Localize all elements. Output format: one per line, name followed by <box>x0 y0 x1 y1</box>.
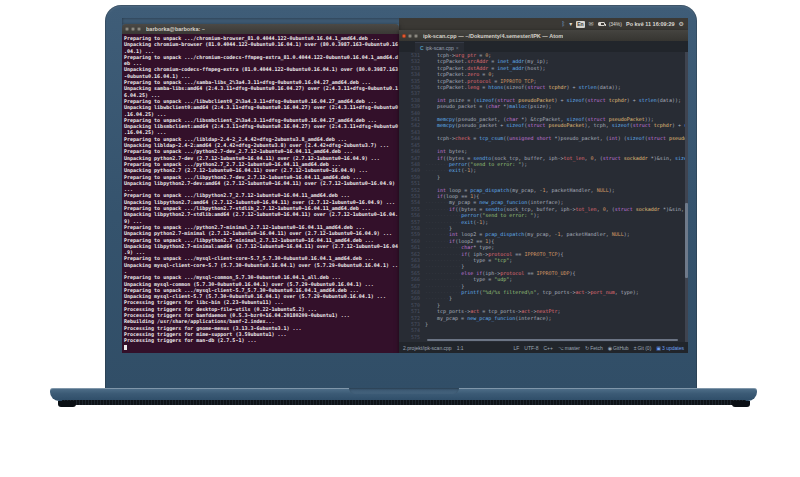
updates-icon: ▣ <box>656 345 661 351</box>
terminal-line: Preparing to unpack .../libpython2.7-dev… <box>124 174 399 180</box>
status-item-encoding[interactable]: UTF-8 <box>524 345 538 351</box>
terminal-line: Preparing to unpack .../mysql-client-cor… <box>124 255 399 261</box>
terminal-line: Preparing to unpack .../libpython2.7-min… <box>124 237 399 243</box>
terminal-line: Unpacking libpython2.7-minimal:amd64 (2.… <box>124 243 399 249</box>
terminal-line: Preparing to unpack .../chromium-codecs-… <box>124 54 399 60</box>
terminal-line: Unpacking libpython2.7-dev:amd64 (2.7.12… <box>124 180 399 186</box>
git-changes-icon: ± <box>634 345 637 351</box>
terminal-line: Unpacking chromium-browser (81.0.4044.12… <box>124 41 399 47</box>
git-branch-icon: ⌥ <box>558 345 564 351</box>
status-item-label: LF <box>513 345 519 351</box>
atom-status-bar: 2.projekt/ipk-scan.cpp 1:1 LFUTF-8C++⌥ma… <box>399 342 688 353</box>
status-item-grammar[interactable]: C++ <box>544 345 553 351</box>
screen: ᛒ ▾ En ✉ (34%) Po kvě 11 16:09:29 ⚙ barb… <box>122 18 688 353</box>
atom-titlebar[interactable]: ipk-scan.cpp — ~/Dokumenty/4.semester/IP… <box>399 30 688 41</box>
panel-clock[interactable]: Po kvě 11 16:09:29 <box>626 18 675 30</box>
terminal-minimize-button[interactable] <box>131 27 135 31</box>
keyboard-layout-indicator[interactable]: En <box>576 21 584 28</box>
laptop-lid-groove <box>349 388 459 394</box>
atom-tab-bar: C ipk-scan.cpp × <box>399 41 688 52</box>
status-cursor-position[interactable]: 1:1 <box>457 345 464 351</box>
tab-label: ipk-scan.cpp <box>426 45 454 51</box>
code-line: tcph->check = tcp_csum((unsigned short *… <box>425 135 688 141</box>
terminal-line: Processing triggers for man-db (2.7.5-1)… <box>124 337 399 343</box>
network-icon[interactable]: ▾ <box>569 21 572 27</box>
status-item-label: C++ <box>544 345 553 351</box>
status-item-label: master <box>565 345 580 351</box>
status-item-label: Git (0) <box>637 345 651 351</box>
status-item-label: 3 updates <box>662 345 684 351</box>
github-icon: ◉ <box>608 345 612 351</box>
terminal-output[interactable]: Preparing to unpack .../chromium-browser… <box>122 34 399 353</box>
atom-maximize-button[interactable] <box>414 34 418 38</box>
laptop-mockup: ᛒ ▾ En ✉ (34%) Po kvě 11 16:09:29 ⚙ barb… <box>0 0 800 477</box>
status-item-git-branch[interactable]: ⌥master <box>558 345 580 351</box>
terminal-cursor <box>124 345 127 350</box>
terminal-line: Unpacking mysql-client-core-5.7 (5.7.30-… <box>124 262 399 268</box>
terminal-line: Unpacking python2.7-minimal (2.7.12-1ubu… <box>124 230 399 236</box>
code-line: memcpy(pseudo_packet + sizeof(struct pse… <box>425 122 688 128</box>
terminal-line: Unpacking samba-libs:amd64 (2:4.3.11+dfs… <box>124 85 399 91</box>
status-right-items: LFUTF-8C++⌥master↻Fetch◉GitHub±Git (0)▣3… <box>513 345 684 351</box>
terminal-line: Unpacking python2.7 (2.7.12-1ubuntu0~16.… <box>124 167 399 173</box>
battery-icon[interactable] <box>598 22 605 26</box>
terminal-titlebar[interactable]: barborka@barborka: ~ <box>122 24 399 34</box>
status-item-updates[interactable]: ▣3 updates <box>656 345 684 351</box>
status-item-label: GitHub <box>613 345 629 351</box>
terminal-close-button[interactable] <box>125 27 129 31</box>
vertical-scrollbar-thumb[interactable] <box>685 203 688 278</box>
fetch-icon: ↻ <box>585 345 589 351</box>
terminal-line: Unpacking mysql-common (5.7.30-0ubuntu0.… <box>124 281 399 287</box>
tab-close-icon[interactable]: × <box>456 45 459 51</box>
status-file-path[interactable]: 2.projekt/ipk-scan.cpp <box>403 345 452 351</box>
editor-code[interactable]: tcph->urg_ptr = 0; tcpPacket.srcAddr = i… <box>423 52 688 342</box>
editor-gutter: 5315325335345355365375385395405415425435… <box>399 52 423 342</box>
laptop-base-edge <box>62 400 746 405</box>
battery-percentage: (34%) <box>609 18 622 30</box>
atom-window-title: ipk-scan.cpp — ~/Dokumenty/4.semester/IP… <box>423 31 563 41</box>
mail-icon[interactable]: ✉ <box>589 21 594 27</box>
laptop-lid: ᛒ ▾ En ✉ (34%) Po kvě 11 16:09:29 ⚙ barb… <box>105 5 697 389</box>
status-item-fetch[interactable]: ↻Fetch <box>585 345 603 351</box>
status-item-git-changes[interactable]: ±Git (0) <box>634 345 652 351</box>
horizontal-scrollbar[interactable] <box>427 339 678 341</box>
bluetooth-icon[interactable]: ᛒ <box>562 21 566 27</box>
laptop-foot-right <box>732 401 750 407</box>
atom-minimize-button[interactable] <box>408 34 412 38</box>
status-item-label: UTF-8 <box>524 345 538 351</box>
gutter-line-number: 575 <box>399 334 420 340</box>
terminal-line: Unpacking libpython2.7-stdlib:amd64 (2.7… <box>124 211 399 217</box>
status-item-github[interactable]: ◉GitHub <box>608 345 629 351</box>
vertical-scrollbar[interactable] <box>685 52 688 342</box>
atom-close-button[interactable] <box>402 34 406 38</box>
gear-icon[interactable]: ⚙ <box>679 21 684 27</box>
editor-pane[interactable]: 5315325335345355365375385395405415425435… <box>399 52 688 342</box>
ubuntu-top-panel: ᛒ ▾ En ✉ (34%) Po kvě 11 16:09:29 ⚙ <box>399 18 688 30</box>
status-item-line-ending[interactable]: LF <box>513 345 519 351</box>
terminal-maximize-button[interactable] <box>137 27 141 31</box>
terminal-window: barborka@barborka: ~ Preparing to unpack… <box>122 24 399 353</box>
terminal-title: barborka@barborka: ~ <box>146 24 205 34</box>
tab-ipk-scan[interactable]: C ipk-scan.cpp × <box>415 42 464 52</box>
cpp-file-icon: C <box>420 45 424 51</box>
terminal-line: Unpacking python2.7-dev (2.7.12-1ubuntu0… <box>124 155 399 161</box>
atom-window: ipk-scan.cpp — ~/Dokumenty/4.semester/IP… <box>399 30 688 353</box>
status-item-label: Fetch <box>590 345 603 351</box>
terminal-line: Unpacking chromium-codecs-ffmpeg-extra (… <box>124 66 399 72</box>
terminal-line: Unpacking libwbclient0:amd64 (2:4.3.11+d… <box>124 104 399 110</box>
laptop-foot-left <box>58 401 76 407</box>
